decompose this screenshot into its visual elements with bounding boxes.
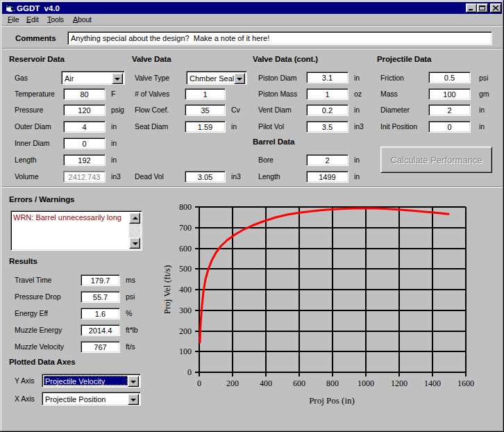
- svg-text:100: 100: [179, 347, 192, 356]
- svg-text:700: 700: [179, 223, 192, 233]
- svg-text:400: 400: [260, 379, 272, 388]
- svg-text:1000: 1000: [358, 379, 374, 388]
- svg-text:300: 300: [179, 306, 192, 315]
- svg-text:Proj Pos (in): Proj Pos (in): [309, 395, 355, 406]
- svg-text:600: 600: [179, 244, 192, 254]
- svg-text:1600: 1600: [457, 379, 474, 388]
- svg-text:800: 800: [179, 202, 192, 212]
- svg-text:1400: 1400: [424, 379, 441, 388]
- svg-text:200: 200: [226, 379, 239, 388]
- svg-text:600: 600: [293, 379, 305, 388]
- svg-text:0: 0: [187, 367, 192, 377]
- svg-text:500: 500: [179, 264, 192, 274]
- svg-text:1200: 1200: [391, 379, 408, 388]
- svg-text:800: 800: [326, 379, 339, 388]
- svg-text:0: 0: [197, 379, 201, 388]
- svg-text:Proj Vel (ft/s): Proj Vel (ft/s): [162, 265, 172, 315]
- svg-text:400: 400: [179, 285, 192, 294]
- svg-text:200: 200: [179, 326, 192, 336]
